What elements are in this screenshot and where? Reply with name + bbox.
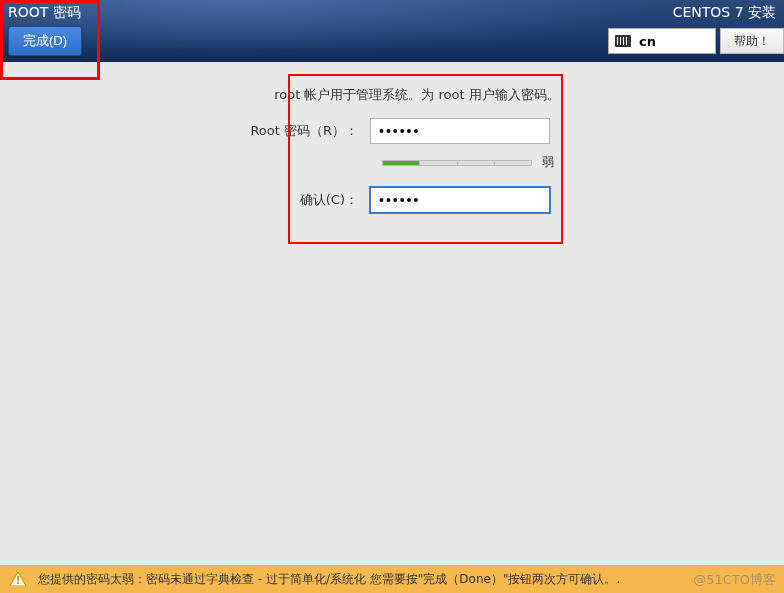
done-button[interactable]: 完成(D) (8, 26, 82, 56)
watermark-text: @51CTO博客 (693, 571, 776, 589)
install-title: CENTOS 7 安装 (673, 0, 784, 28)
help-button[interactable]: 帮助！ (720, 28, 784, 54)
header-bar: ROOT 密码 完成(D) CENTOS 7 安装 cn 帮助！ (0, 0, 784, 62)
main-content: root 帐户用于管理系统。为 root 用户输入密码。 Root 密码（R）：… (0, 62, 784, 213)
warning-icon: ! (10, 572, 26, 586)
password-strength-row: 弱 (370, 154, 744, 171)
confirm-row: 确认(C)： (40, 187, 744, 213)
keyboard-layout-selector[interactable]: cn (608, 28, 716, 54)
confirm-password-input[interactable] (370, 187, 550, 213)
svg-text:!: ! (16, 575, 21, 586)
keyboard-icon (615, 35, 631, 47)
password-strength-text: 弱 (542, 154, 554, 171)
password-label: Root 密码（R）： (40, 122, 370, 140)
password-row: Root 密码（R）： (40, 118, 744, 144)
instruction-text: root 帐户用于管理系统。为 root 用户输入密码。 (90, 86, 744, 104)
page-title: ROOT 密码 (8, 4, 82, 26)
root-password-input[interactable] (370, 118, 550, 144)
header-right: CENTOS 7 安装 cn 帮助！ (608, 0, 784, 62)
header-left: ROOT 密码 完成(D) (0, 0, 82, 62)
warning-bar: ! 您提供的密码太弱：密码未通过字典检查 - 过于简单化/系统化 您需要按"完成… (0, 565, 784, 593)
warning-message: 您提供的密码太弱：密码未通过字典检查 - 过于简单化/系统化 您需要按"完成（D… (38, 571, 620, 588)
password-strength-meter (382, 160, 532, 166)
keyboard-layout-code: cn (639, 34, 656, 49)
confirm-label: 确认(C)： (40, 191, 370, 209)
